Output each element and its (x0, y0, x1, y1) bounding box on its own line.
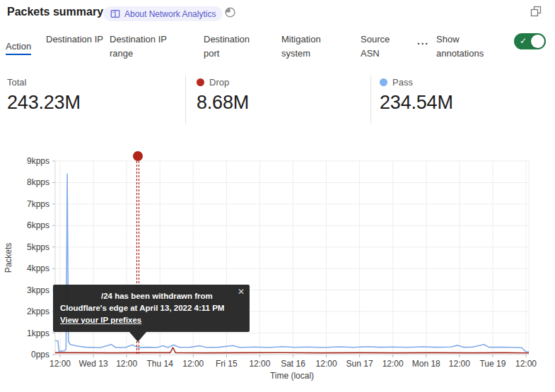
book-icon (110, 9, 120, 18)
view-ip-prefixes-link[interactable]: View your IP prefixes (60, 316, 141, 324)
stats-divider (370, 76, 371, 124)
y-tick-label: 5kpps (27, 242, 49, 252)
stats-divider (185, 76, 186, 124)
y-tick-label: 4kpps (27, 263, 49, 273)
y-tick-label: 2kpps (27, 307, 49, 316)
y-tick-label: 3kpps (27, 285, 49, 295)
x-tick-label: Wed 13 (79, 359, 108, 369)
tooltip-line1: /24 has been withdrawn from (101, 292, 213, 300)
time-range-icon[interactable] (223, 6, 236, 19)
y-tick-label: 1kpps (27, 328, 49, 338)
tab-mitigation-system[interactable]: Mitigation system (281, 32, 341, 61)
y-axis-title: Packets (4, 243, 13, 273)
x-tick-label: 12:00 (116, 359, 137, 369)
x-tick-label: Thu 14 (147, 359, 174, 369)
toggle-knob (531, 35, 544, 48)
tab-destination-ip-range[interactable]: Destination IP range (110, 32, 189, 61)
stat-drop: Drop 8.68M (197, 76, 249, 114)
x-tick-label: 12:00 (515, 359, 537, 369)
y-tick-label: 6kpps (27, 220, 49, 230)
y-tick-label: 7kpps (27, 199, 49, 209)
stat-drop-value: 8.68M (197, 92, 249, 114)
show-annotations-label: Show annotations (436, 32, 504, 61)
popout-icon[interactable] (530, 6, 542, 18)
x-tick-label: Fri 15 (216, 359, 238, 369)
show-annotations-toggle[interactable]: ✓ (514, 33, 546, 49)
series-drop (55, 348, 529, 353)
tab-destination-port[interactable]: Destination port (204, 32, 266, 61)
page-title: Packets summary (7, 6, 103, 18)
stat-pass: Pass 234.54M (380, 76, 453, 114)
x-tick-label: Sat 16 (281, 359, 305, 369)
x-tick-label: 12:00 (316, 359, 337, 369)
more-tabs-button[interactable]: ··· (417, 38, 429, 49)
packets-summary-panel: { "header": { "title": "Packets summary"… (0, 0, 555, 392)
x-tick-label: Tue 19 (479, 359, 506, 369)
about-badge-label: About Network Analytics (124, 9, 216, 19)
tab-source-asn[interactable]: Source ASN (361, 32, 403, 61)
close-icon[interactable]: ✕ (238, 287, 245, 297)
stat-total-label: Total (7, 77, 26, 88)
y-tick-label: 8kpps (27, 177, 49, 187)
stat-total-value: 243.23M (7, 92, 81, 114)
x-tick-label: 12:00 (249, 359, 270, 369)
annotation-marker (133, 151, 143, 161)
tab-destination-ip[interactable]: Destination IP (46, 32, 104, 47)
about-network-analytics-link[interactable]: About Network Analytics (103, 6, 223, 21)
stat-total: Total 243.23M (7, 76, 81, 114)
pass-legend-dot (380, 78, 387, 86)
x-tick-label: Sun 17 (346, 359, 373, 369)
drop-legend-dot (197, 78, 204, 86)
y-tick-label: 0pps (31, 350, 49, 360)
x-tick-label: 12:00 (449, 359, 470, 369)
checkmark-icon: ✓ (520, 35, 527, 47)
x-axis-title: Time (local) (270, 371, 314, 381)
x-tick-label: Mon 18 (412, 359, 440, 369)
annotation-tooltip: ✕ /24 has been withdrawn from Cloudflare… (53, 285, 250, 332)
tab-action[interactable]: Action (6, 40, 31, 54)
packets-chart[interactable]: 0pps1kpps2kpps3kpps4kpps5kpps6kpps7kpps8… (0, 141, 555, 392)
tooltip-line2: Cloudflare's edge at April 13, 2022 4:11… (60, 302, 243, 314)
y-tick-label: 9kpps (27, 156, 49, 166)
x-tick-label: 12:00 (382, 359, 404, 369)
tooltip-caret (129, 332, 146, 342)
x-tick-label: 12:00 (49, 359, 71, 369)
stat-pass-label: Pass (392, 77, 413, 88)
x-tick-label: 12:00 (182, 359, 204, 369)
stat-drop-label: Drop (209, 77, 229, 88)
stat-pass-value: 234.54M (380, 92, 453, 114)
